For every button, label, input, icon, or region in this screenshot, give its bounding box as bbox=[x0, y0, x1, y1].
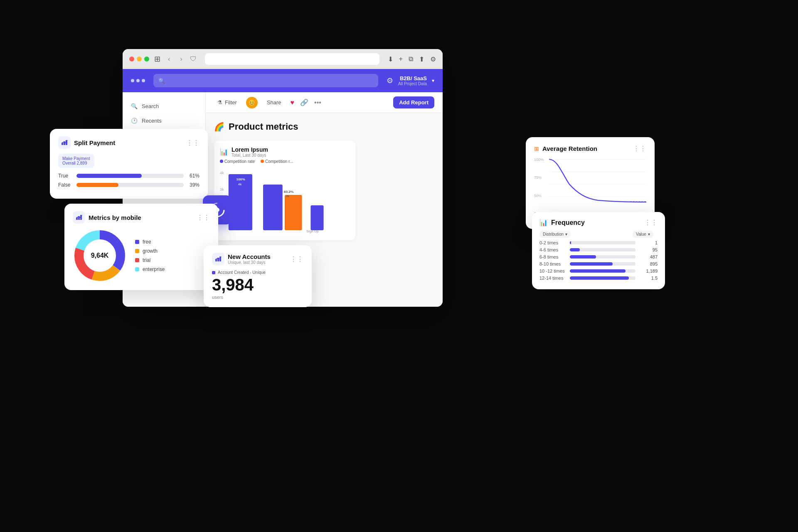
chevron-down-icon[interactable]: ▾ bbox=[432, 78, 434, 84]
new-accounts-header: New Accounts Unique, last 30 days ⋮⋮ bbox=[212, 253, 303, 265]
chart-legend: Competition rate Competition r... bbox=[220, 159, 350, 164]
metrics-mobile-icon bbox=[73, 211, 85, 224]
true-label: True bbox=[58, 173, 73, 179]
value-dropdown[interactable]: Value ▾ bbox=[633, 231, 653, 238]
heart-icon[interactable]: ♥ bbox=[291, 99, 295, 106]
freq-bar-fill-0 bbox=[570, 241, 571, 244]
filter-label: Filter bbox=[225, 99, 237, 106]
metrics-mobile-menu[interactable]: ⋮⋮ bbox=[197, 214, 210, 222]
metrics-mobile-header: Metrics by mobile ⋮⋮ bbox=[73, 211, 210, 224]
new-accounts-subtitle: Unique, last 30 days bbox=[228, 260, 271, 265]
freq-val-1: 95 bbox=[639, 247, 658, 252]
enterprise-color bbox=[135, 267, 139, 271]
freq-range-0-2: 0-2 times bbox=[539, 240, 566, 245]
company-name: B2B/ SaaS bbox=[398, 75, 427, 81]
new-tab-icon[interactable]: + bbox=[399, 55, 403, 63]
freq-row-12-14: 12-14 times 1.5 bbox=[539, 276, 658, 281]
true-bar-bg bbox=[76, 174, 184, 178]
more-options-icon[interactable]: ••• bbox=[314, 99, 321, 106]
frequency-value-col: Value ▾ bbox=[633, 231, 658, 238]
retention-chart: 100% 75% 50% 25% bbox=[534, 158, 646, 216]
settings-browser-icon[interactable]: ⚙ bbox=[430, 55, 436, 63]
y-label-100: 100% bbox=[534, 158, 544, 162]
freq-range-12-14: 12-14 times bbox=[539, 276, 566, 281]
freq-bar-bg-4 bbox=[570, 269, 635, 273]
download-icon[interactable]: ⬇ bbox=[388, 55, 393, 63]
new-accounts-menu[interactable]: ⋮⋮ bbox=[290, 255, 303, 263]
share-label: Share bbox=[267, 99, 281, 106]
sidebar-search-label: Search bbox=[142, 103, 159, 109]
close-dot[interactable] bbox=[129, 57, 134, 62]
legend-item-2: Competition r... bbox=[265, 159, 293, 164]
freq-val-0: 1 bbox=[639, 240, 658, 245]
freq-bar-fill-4 bbox=[570, 269, 626, 273]
share-browser-icon[interactable]: ⬆ bbox=[419, 55, 424, 63]
retention-icon: ⊞ bbox=[534, 145, 539, 152]
frequency-menu[interactable]: ⋮⋮ bbox=[644, 219, 658, 227]
link-icon[interactable]: 🔗 bbox=[300, 99, 308, 106]
freq-bar-fill-3 bbox=[570, 262, 613, 266]
recents-icon: 🕐 bbox=[131, 118, 138, 124]
app-menu-dots[interactable] bbox=[131, 79, 145, 82]
browser-traffic-lights bbox=[129, 57, 149, 62]
app-search-bar[interactable]: 🔍 bbox=[153, 74, 378, 87]
lorem-card-subtitle: Total, Last 30 days bbox=[232, 153, 268, 158]
split-payment-card: Split Payment ⋮⋮ Make Payment Overall 2,… bbox=[50, 129, 208, 199]
avg-retention-title: Average Retention bbox=[542, 145, 597, 152]
app-header-right: ⚙ B2B/ SaaS All Project Data ▾ bbox=[387, 75, 434, 86]
frequency-col-headers: Distribution ▾ Value ▾ bbox=[539, 231, 658, 238]
freq-bar-fill-5 bbox=[570, 276, 629, 280]
back-button[interactable]: ‹ bbox=[165, 54, 172, 64]
svg-text:83.2%: 83.2% bbox=[284, 190, 294, 194]
share-button[interactable]: Share bbox=[264, 98, 285, 107]
freq-bar-fill-1 bbox=[570, 248, 580, 251]
retention-y-labels: 100% 75% 50% 25% bbox=[534, 158, 544, 216]
false-pct: 39% bbox=[187, 182, 200, 188]
split-payment-menu[interactable]: ⋮⋮ bbox=[186, 139, 200, 147]
split-payment-icon bbox=[58, 136, 71, 149]
minimize-dot[interactable] bbox=[137, 57, 142, 62]
filter-button[interactable]: ⚗ Filter bbox=[214, 98, 240, 107]
forward-button[interactable]: › bbox=[177, 54, 185, 64]
sidebar-toggle-icon[interactable]: ⊞ bbox=[154, 54, 160, 64]
app-settings-icon[interactable]: ⚙ bbox=[387, 76, 393, 85]
page-title-emoji: 🌈 bbox=[214, 122, 224, 132]
freq-bar-bg-2 bbox=[570, 255, 635, 259]
maximize-dot[interactable] bbox=[144, 57, 149, 62]
shield-icon: 🛡 bbox=[190, 55, 197, 63]
sidebar-item-search[interactable]: 🔍 Search bbox=[123, 99, 205, 113]
account-count: 3,984 bbox=[212, 276, 303, 293]
search-sidebar-icon: 🔍 bbox=[131, 103, 138, 109]
freq-bar-fill-2 bbox=[570, 255, 596, 259]
y-label-50: 50% bbox=[534, 194, 544, 198]
frequency-title-group: 📊 Frequency bbox=[539, 219, 585, 227]
main-body: 🌈 Product metrics 📊 Lorem Ipsum Total, L… bbox=[206, 113, 443, 249]
add-report-button[interactable]: Add Report bbox=[393, 96, 434, 108]
svg-rect-13 bbox=[263, 185, 283, 230]
new-accounts-icon bbox=[212, 253, 224, 265]
metrics-mobile-title-group: Metrics by mobile bbox=[73, 211, 141, 224]
distribution-dropdown[interactable]: Distribution ▾ bbox=[539, 231, 571, 238]
copy-icon[interactable]: ⧉ bbox=[409, 55, 413, 63]
growth-color bbox=[135, 249, 139, 253]
company-subtitle: All Project Data bbox=[398, 81, 427, 86]
donut-chart: 9,64K bbox=[73, 229, 127, 283]
address-bar[interactable] bbox=[205, 53, 379, 65]
freq-row-8-10: 8-10 times 895 bbox=[539, 261, 658, 266]
donut-center-value: 9,64K bbox=[91, 252, 109, 259]
growth-label: growth bbox=[143, 248, 158, 254]
trial-label: trial bbox=[143, 257, 150, 263]
app-header: 🔍 ⚙ B2B/ SaaS All Project Data ▾ bbox=[123, 69, 443, 92]
freq-range-10-12: 10 -12 times bbox=[539, 268, 566, 273]
lorem-ipsum-card: 📊 Lorem Ipsum Total, Last 30 days Compet… bbox=[214, 140, 355, 240]
page-title: Product metrics bbox=[229, 121, 298, 132]
main-toolbar: ⚗ Filter 😊 Share ♥ 🔗 ••• Add Report bbox=[206, 92, 443, 113]
sidebar-item-recents[interactable]: 🕐 Recents bbox=[123, 113, 205, 128]
freq-bar-bg-3 bbox=[570, 262, 635, 266]
distribution-label: Distribution bbox=[543, 232, 564, 236]
metrics-mobile-card: Metrics by mobile ⋮⋮ 9,64K free bbox=[64, 204, 218, 290]
freq-val-4: 1,189 bbox=[639, 268, 658, 273]
avg-retention-menu[interactable]: ⋮⋮ bbox=[633, 145, 646, 153]
sidebar-recents-label: Recents bbox=[142, 118, 162, 124]
freq-row-10-12: 10 -12 times 1,189 bbox=[539, 268, 658, 273]
